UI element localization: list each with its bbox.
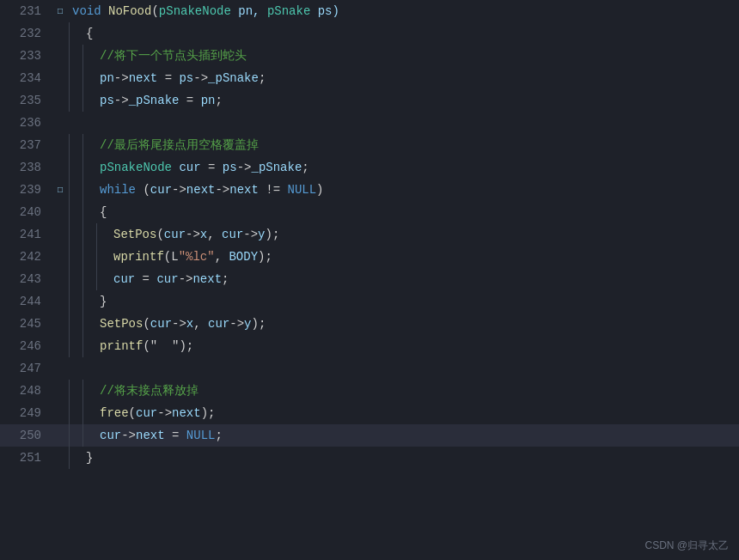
line-number: 234 [0, 71, 52, 85]
code-line: 251} [0, 447, 739, 469]
code-line: 242wprintf(L"%lc", BODY); [0, 246, 739, 268]
line-number: 248 [0, 384, 52, 398]
code-content: void NoFood(pSnakeNode pn, pSnake ps) [69, 0, 739, 22]
code-line: 240{ [0, 201, 739, 223]
line-number: 249 [0, 406, 52, 420]
code-content: //将下一个节点头插到蛇头 [96, 45, 739, 67]
watermark: CSDN @归寻太乙 [644, 539, 729, 553]
line-number: 237 [0, 138, 52, 152]
code-editor: 231□void NoFood(pSnakeNode pn, pSnake ps… [0, 0, 739, 560]
line-number: 243 [0, 272, 52, 286]
indent-guides [69, 313, 96, 335]
line-number: 240 [0, 205, 52, 219]
indent-guides [69, 335, 96, 357]
indent-guides [69, 134, 96, 156]
code-line: 238pSnakeNode cur = ps->_pSnake; [0, 156, 739, 179]
code-line: 241SetPos(cur->x, cur->y); [0, 223, 739, 246]
code-line: 243cur = cur->next; [0, 268, 739, 290]
line-number: 250 [0, 429, 52, 442]
line-number: 245 [0, 317, 52, 331]
code-line: 249free(cur->next); [0, 402, 739, 424]
code-content: pSnakeNode cur = ps->_pSnake; [96, 156, 739, 179]
code-content: SetPos(cur->x, cur->y); [110, 223, 739, 246]
indent-guides [69, 201, 96, 223]
line-number: 238 [0, 161, 52, 174]
code-content: } [82, 447, 739, 469]
indent-guides [69, 179, 96, 201]
code-content: SetPos(cur->x, cur->y); [96, 313, 739, 335]
line-number: 233 [0, 49, 52, 63]
code-content: free(cur->next); [96, 402, 739, 424]
indent-guides [69, 380, 96, 402]
indent-guides [69, 447, 82, 469]
indent-guides [69, 424, 96, 447]
code-line: 234pn->next = ps->_pSnake; [0, 67, 739, 89]
code-line: 245SetPos(cur->x, cur->y); [0, 313, 739, 335]
code-line: 235ps->_pSnake = pn; [0, 89, 739, 112]
line-number: 231 [0, 4, 52, 18]
indent-guides [69, 22, 82, 45]
code-line: 236 [0, 112, 739, 134]
indent-guides [69, 223, 110, 246]
code-content: while (cur->next->next != NULL) [96, 179, 739, 201]
code-line: 250cur->next = NULL; [0, 424, 739, 447]
code-content: { [82, 22, 739, 45]
code-line: 246printf(" "); [0, 335, 739, 357]
gutter-icon[interactable]: □ [52, 186, 69, 195]
line-number: 236 [0, 116, 52, 130]
code-content: //最后将尾接点用空格覆盖掉 [96, 134, 739, 156]
line-number: 244 [0, 295, 52, 308]
code-line: 237//最后将尾接点用空格覆盖掉 [0, 134, 739, 156]
code-line: 248//将末接点释放掉 [0, 380, 739, 402]
code-line: 232{ [0, 22, 739, 45]
code-content: printf(" "); [96, 335, 739, 357]
indent-guides [69, 246, 110, 268]
code-line: 244} [0, 290, 739, 313]
code-content: ps->_pSnake = pn; [96, 89, 739, 112]
indent-guides [69, 156, 96, 179]
indent-guides [69, 402, 96, 424]
code-line: 231□void NoFood(pSnakeNode pn, pSnake ps… [0, 0, 739, 22]
line-number: 235 [0, 94, 52, 107]
line-number: 232 [0, 27, 52, 40]
line-number: 241 [0, 228, 52, 241]
line-number: 239 [0, 183, 52, 197]
indent-guides [69, 45, 96, 67]
line-number: 242 [0, 250, 52, 264]
code-content: pn->next = ps->_pSnake; [96, 67, 739, 89]
code-content: { [96, 201, 739, 223]
code-line: 247 [0, 357, 739, 380]
code-content: cur->next = NULL; [96, 424, 739, 447]
code-content: //将末接点释放掉 [96, 380, 739, 402]
indent-guides [69, 67, 96, 89]
gutter-icon[interactable]: □ [52, 7, 69, 16]
code-content: cur = cur->next; [110, 268, 739, 290]
line-number: 246 [0, 339, 52, 353]
code-line: 239□while (cur->next->next != NULL) [0, 179, 739, 201]
line-number: 251 [0, 451, 52, 465]
code-content: wprintf(L"%lc", BODY); [110, 246, 739, 268]
code-line: 233//将下一个节点头插到蛇头 [0, 45, 739, 67]
code-content: } [96, 290, 739, 313]
line-number: 247 [0, 362, 52, 375]
indent-guides [69, 290, 96, 313]
indent-guides [69, 268, 110, 290]
indent-guides [69, 89, 96, 112]
